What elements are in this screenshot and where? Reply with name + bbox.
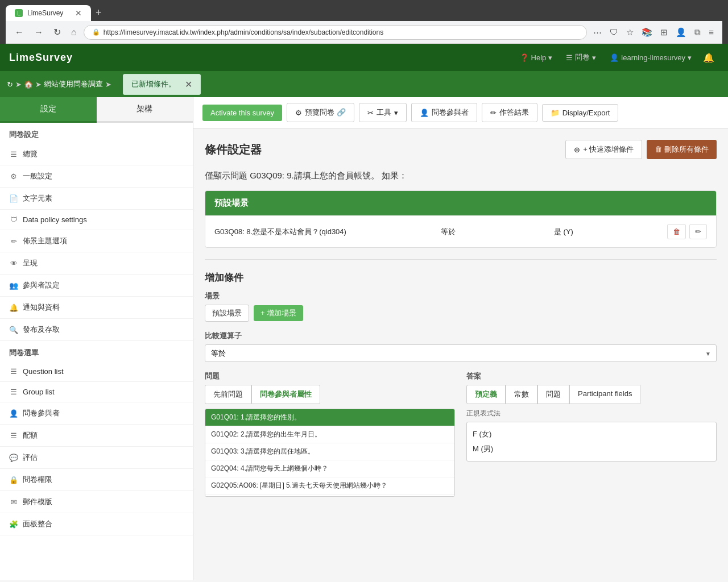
sidebar-item-text[interactable]: 📄 文字元素: [0, 188, 193, 210]
breadcrumb-home-icon[interactable]: 🏠: [24, 80, 33, 89]
profile-button[interactable]: 👤: [673, 25, 689, 40]
sidebar-item-quota[interactable]: ☰ 配額: [0, 425, 193, 447]
answer-tab-participant-fields[interactable]: Participant fields: [569, 385, 640, 404]
header-actions: ⊕ + 快速添增條件 🗑 刪除所有條件: [565, 140, 717, 159]
question-list-item-3[interactable]: G02Q04: 4.請問您每天上網幾個小時？: [205, 460, 454, 477]
tab-previous-questions[interactable]: 先前問題: [205, 385, 251, 404]
display-label: Display/Export: [562, 109, 610, 117]
tab-close-button[interactable]: ✕: [75, 9, 82, 18]
operator-select-wrapper: 等於: [205, 344, 717, 362]
tab-participant-attributes[interactable]: 問卷參與者屬性: [251, 385, 320, 404]
scenario-value: 是 (Y): [554, 227, 667, 237]
sidebar-item-overview[interactable]: ☰ 總覽: [0, 143, 193, 165]
reload-button[interactable]: ↻: [50, 24, 64, 40]
tab-settings[interactable]: 設定: [0, 97, 97, 123]
user-label: learning-limesurvey: [621, 53, 685, 62]
participants-button[interactable]: 👤 問卷參與者: [411, 103, 477, 122]
sidebar-item-theme[interactable]: ✏ 佈景主題選項: [0, 230, 193, 252]
questions-nav-item[interactable]: ☰ 問卷 ▾: [559, 49, 603, 66]
tools-button[interactable]: ✂ 工具 ▾: [359, 103, 407, 122]
sidebar-section-menu: 問卷選單: [0, 341, 193, 361]
back-button[interactable]: ←: [11, 25, 27, 40]
sidebar-item-quota-label: 配額: [23, 430, 38, 440]
question-tab-group: 先前問題 問卷參與者屬性: [205, 385, 455, 404]
delete-condition-button[interactable]: 🗑: [667, 224, 686, 239]
answer-value-1[interactable]: M (男): [473, 442, 710, 456]
edit-condition-button[interactable]: ✏: [689, 224, 707, 239]
main-layout: 設定 架構 問卷設定 ☰ 總覽 ⚙ 一般設定 📄 文字元素 🛡 Data pol…: [0, 97, 728, 580]
tab-view-button[interactable]: ⊞: [657, 25, 671, 40]
sidebar-item-permissions[interactable]: 🔒 問卷權限: [0, 469, 193, 491]
scenario-header: 預設場景: [205, 191, 716, 215]
sidebar-item-general[interactable]: ⚙ 一般設定: [0, 165, 193, 188]
sidebar-item-presentation-label: 呈現: [23, 258, 38, 268]
sidebar-item-question-list[interactable]: ☰ Question list: [0, 361, 193, 382]
add-fast-condition-button[interactable]: ⊕ + 快速添增條件: [565, 140, 642, 159]
sidebar-item-general-label: 一般設定: [23, 171, 52, 181]
shield-button[interactable]: 🛡: [607, 25, 621, 39]
address-bar[interactable]: 🔒 https://limesurvey.imacat.idv.tw/index…: [84, 25, 588, 40]
sidebar-item-question-list-label: Question list: [23, 367, 64, 376]
help-nav-item[interactable]: ❓ Help ▾: [513, 50, 560, 65]
responses-button[interactable]: ✏ 作答結果: [482, 103, 537, 122]
sidebar-item-assessment[interactable]: 💬 評估: [0, 447, 193, 469]
sidebar-item-notifications[interactable]: 🔔 通知與資料: [0, 297, 193, 319]
extensions-mgr-button[interactable]: ⧉: [692, 25, 704, 40]
new-tab-button[interactable]: +: [91, 5, 106, 21]
notifications-icon: 🔔: [9, 304, 18, 312]
sidebar-item-group-list[interactable]: ☰ Group list: [0, 382, 193, 402]
breadcrumb-current: 網站使用問卷調查: [44, 79, 103, 89]
tab-favicon: L: [15, 9, 23, 17]
delete-all-conditions-button[interactable]: 🗑 刪除所有條件: [647, 140, 717, 159]
notification-text: 已新增條件。: [131, 79, 176, 89]
help-chevron: ▾: [548, 53, 552, 62]
sidebar-item-data-policy-label: Data policy settings: [23, 215, 87, 224]
toolbar: Activate this survey ⚙ 預覽問卷 🔗 ✂ 工具 ▾ 👤 問…: [193, 97, 728, 128]
address-text: https://limesurvey.imacat.idv.tw/index.p…: [104, 28, 579, 36]
question-list-item-4[interactable]: G02Q05:AO06: [星期日] 5.過去七天每天使用網站幾小時？: [205, 477, 454, 494]
answer-tab-question[interactable]: 問題: [537, 385, 569, 404]
add-condition-title: 增加條件: [205, 271, 717, 284]
breadcrumb-arrow-3: ➤: [105, 80, 111, 89]
home-button[interactable]: ⌂: [68, 25, 80, 40]
notification-close-button[interactable]: ✕: [185, 79, 192, 90]
breadcrumb-refresh[interactable]: ↻: [7, 80, 13, 89]
sidebar-item-presentation[interactable]: 👁 呈現: [0, 252, 193, 275]
forward-button[interactable]: →: [31, 25, 47, 40]
question-list-item-5[interactable]: G02Q05:AO05: [星期六] 5.過去七天每天使用網站幾小時？: [205, 494, 454, 497]
breadcrumb-arrow-2: ➤: [35, 80, 42, 89]
sidebar-item-data-policy[interactable]: 🛡 Data policy settings: [0, 210, 193, 230]
question-list-item-0[interactable]: G01Q01: 1.請選擇您的性別。: [205, 409, 454, 426]
display-export-button[interactable]: 📁 Display/Export: [542, 104, 619, 122]
notifications-bell[interactable]: 🔔: [698, 49, 719, 66]
answer-tab-constant[interactable]: 常數: [506, 385, 537, 404]
menu-button[interactable]: ≡: [706, 25, 717, 39]
preview-survey-button[interactable]: ⚙ 預覽問卷 🔗: [287, 103, 354, 122]
sidebar-item-publish[interactable]: 🔍 發布及存取: [0, 319, 193, 341]
star-button[interactable]: ☆: [623, 25, 636, 40]
add-scenario-button[interactable]: + 增加場景: [254, 305, 303, 321]
sidebar-item-email[interactable]: ✉ 郵件模版: [0, 491, 193, 513]
bookmark-button[interactable]: 📚: [639, 25, 655, 40]
default-scenario-tag[interactable]: 預設場景: [205, 305, 249, 322]
operator-select[interactable]: 等於: [205, 344, 717, 362]
question-list-item-1[interactable]: G01Q02: 2.請選擇您的出生年月日。: [205, 426, 454, 443]
sidebar-item-group-list-label: Group list: [23, 388, 55, 396]
participants-icon: 👥: [9, 281, 18, 290]
answer-value-0[interactable]: F (女): [473, 427, 710, 442]
data-policy-icon: 🛡: [9, 215, 18, 224]
active-tab[interactable]: L LimeSurvey ✕: [6, 5, 91, 21]
content-body: 條件設定器 ⊕ + 快速添增條件 🗑 刪除所有條件 僅顯示問題 G03Q09: …: [193, 128, 728, 508]
content-area: Activate this survey ⚙ 預覽問卷 🔗 ✂ 工具 ▾ 👤 問…: [193, 97, 728, 580]
user-nav-item[interactable]: 👤 learning-limesurvey ▾: [603, 50, 698, 65]
theme-icon: ✏: [9, 237, 18, 246]
extensions-button[interactable]: ⋯: [590, 25, 605, 40]
activate-survey-button[interactable]: Activate this survey: [202, 105, 282, 121]
question-list-box[interactable]: G01Q01: 1.請選擇您的性別。 G01Q02: 2.請選擇您的出生年月日。…: [205, 409, 455, 497]
sidebar-item-panel[interactable]: 🧩 面板整合: [0, 513, 193, 535]
answer-tab-predefined[interactable]: 預定義: [466, 385, 506, 404]
sidebar-item-survey-participants[interactable]: 👤 問卷參與者: [0, 402, 193, 425]
tab-structure[interactable]: 架構: [97, 97, 193, 123]
sidebar-item-participants[interactable]: 👥 參與者設定: [0, 275, 193, 297]
question-list-item-2[interactable]: G01Q03: 3.請選擇您的居住地區。: [205, 443, 454, 460]
